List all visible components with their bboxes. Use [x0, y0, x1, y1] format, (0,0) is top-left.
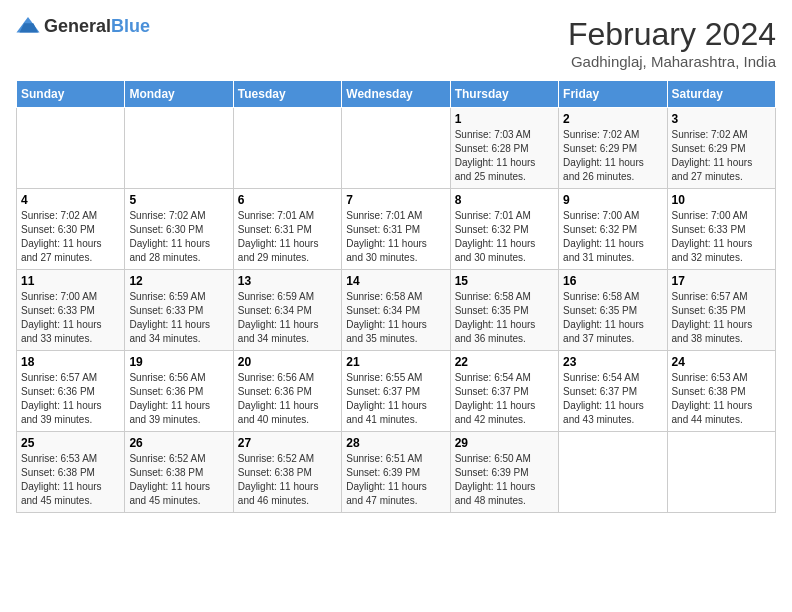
- day-number: 8: [455, 193, 554, 207]
- day-number: 15: [455, 274, 554, 288]
- day-info: Sunrise: 6:51 AMSunset: 6:39 PMDaylight:…: [346, 452, 445, 508]
- day-number: 10: [672, 193, 771, 207]
- day-number: 17: [672, 274, 771, 288]
- day-info: Sunrise: 7:00 AMSunset: 6:33 PMDaylight:…: [672, 209, 771, 265]
- calendar-cell: 7Sunrise: 7:01 AMSunset: 6:31 PMDaylight…: [342, 189, 450, 270]
- calendar-cell: 24Sunrise: 6:53 AMSunset: 6:38 PMDayligh…: [667, 351, 775, 432]
- calendar-cell: 18Sunrise: 6:57 AMSunset: 6:36 PMDayligh…: [17, 351, 125, 432]
- day-number: 26: [129, 436, 228, 450]
- calendar-cell: [17, 108, 125, 189]
- calendar-cell: [342, 108, 450, 189]
- day-number: 2: [563, 112, 662, 126]
- calendar-cell: 19Sunrise: 6:56 AMSunset: 6:36 PMDayligh…: [125, 351, 233, 432]
- day-info: Sunrise: 7:01 AMSunset: 6:32 PMDaylight:…: [455, 209, 554, 265]
- calendar-cell: 13Sunrise: 6:59 AMSunset: 6:34 PMDayligh…: [233, 270, 341, 351]
- calendar-cell: 14Sunrise: 6:58 AMSunset: 6:34 PMDayligh…: [342, 270, 450, 351]
- calendar-cell: 11Sunrise: 7:00 AMSunset: 6:33 PMDayligh…: [17, 270, 125, 351]
- weekday-header: Saturday: [667, 81, 775, 108]
- day-info: Sunrise: 6:50 AMSunset: 6:39 PMDaylight:…: [455, 452, 554, 508]
- calendar-cell: 28Sunrise: 6:51 AMSunset: 6:39 PMDayligh…: [342, 432, 450, 513]
- calendar-cell: [559, 432, 667, 513]
- calendar-cell: 6Sunrise: 7:01 AMSunset: 6:31 PMDaylight…: [233, 189, 341, 270]
- calendar-cell: 17Sunrise: 6:57 AMSunset: 6:35 PMDayligh…: [667, 270, 775, 351]
- calendar-cell: 27Sunrise: 6:52 AMSunset: 6:38 PMDayligh…: [233, 432, 341, 513]
- page-header: GeneralBlue February 2024 Gadhinglaj, Ma…: [16, 16, 776, 70]
- day-number: 4: [21, 193, 120, 207]
- day-number: 14: [346, 274, 445, 288]
- weekday-header: Monday: [125, 81, 233, 108]
- day-number: 6: [238, 193, 337, 207]
- day-info: Sunrise: 7:03 AMSunset: 6:28 PMDaylight:…: [455, 128, 554, 184]
- calendar-cell: 8Sunrise: 7:01 AMSunset: 6:32 PMDaylight…: [450, 189, 558, 270]
- title-block: February 2024 Gadhinglaj, Maharashtra, I…: [568, 16, 776, 70]
- calendar-cell: 26Sunrise: 6:52 AMSunset: 6:38 PMDayligh…: [125, 432, 233, 513]
- calendar-cell: 12Sunrise: 6:59 AMSunset: 6:33 PMDayligh…: [125, 270, 233, 351]
- day-number: 27: [238, 436, 337, 450]
- day-info: Sunrise: 6:52 AMSunset: 6:38 PMDaylight:…: [238, 452, 337, 508]
- logo-general-text: General: [44, 16, 111, 36]
- calendar-cell: 1Sunrise: 7:03 AMSunset: 6:28 PMDaylight…: [450, 108, 558, 189]
- calendar-cell: 16Sunrise: 6:58 AMSunset: 6:35 PMDayligh…: [559, 270, 667, 351]
- day-number: 13: [238, 274, 337, 288]
- day-info: Sunrise: 7:00 AMSunset: 6:33 PMDaylight:…: [21, 290, 120, 346]
- day-info: Sunrise: 7:02 AMSunset: 6:29 PMDaylight:…: [672, 128, 771, 184]
- day-info: Sunrise: 6:53 AMSunset: 6:38 PMDaylight:…: [21, 452, 120, 508]
- calendar-cell: 21Sunrise: 6:55 AMSunset: 6:37 PMDayligh…: [342, 351, 450, 432]
- day-number: 11: [21, 274, 120, 288]
- day-info: Sunrise: 6:58 AMSunset: 6:34 PMDaylight:…: [346, 290, 445, 346]
- weekday-header: Sunday: [17, 81, 125, 108]
- weekday-header: Thursday: [450, 81, 558, 108]
- calendar-cell: 23Sunrise: 6:54 AMSunset: 6:37 PMDayligh…: [559, 351, 667, 432]
- day-info: Sunrise: 7:02 AMSunset: 6:30 PMDaylight:…: [129, 209, 228, 265]
- day-number: 19: [129, 355, 228, 369]
- calendar-cell: 20Sunrise: 6:56 AMSunset: 6:36 PMDayligh…: [233, 351, 341, 432]
- day-info: Sunrise: 7:02 AMSunset: 6:29 PMDaylight:…: [563, 128, 662, 184]
- day-number: 24: [672, 355, 771, 369]
- day-number: 12: [129, 274, 228, 288]
- calendar-subtitle: Gadhinglaj, Maharashtra, India: [568, 53, 776, 70]
- calendar-cell: 10Sunrise: 7:00 AMSunset: 6:33 PMDayligh…: [667, 189, 775, 270]
- calendar-cell: 15Sunrise: 6:58 AMSunset: 6:35 PMDayligh…: [450, 270, 558, 351]
- day-info: Sunrise: 6:56 AMSunset: 6:36 PMDaylight:…: [129, 371, 228, 427]
- day-info: Sunrise: 7:02 AMSunset: 6:30 PMDaylight:…: [21, 209, 120, 265]
- day-number: 1: [455, 112, 554, 126]
- day-info: Sunrise: 6:59 AMSunset: 6:34 PMDaylight:…: [238, 290, 337, 346]
- day-info: Sunrise: 6:52 AMSunset: 6:38 PMDaylight:…: [129, 452, 228, 508]
- calendar-title: February 2024: [568, 16, 776, 53]
- day-number: 3: [672, 112, 771, 126]
- day-info: Sunrise: 6:57 AMSunset: 6:36 PMDaylight:…: [21, 371, 120, 427]
- calendar-cell: 9Sunrise: 7:00 AMSunset: 6:32 PMDaylight…: [559, 189, 667, 270]
- calendar-cell: 22Sunrise: 6:54 AMSunset: 6:37 PMDayligh…: [450, 351, 558, 432]
- day-info: Sunrise: 6:56 AMSunset: 6:36 PMDaylight:…: [238, 371, 337, 427]
- day-number: 18: [21, 355, 120, 369]
- weekday-header: Wednesday: [342, 81, 450, 108]
- calendar-cell: 4Sunrise: 7:02 AMSunset: 6:30 PMDaylight…: [17, 189, 125, 270]
- day-info: Sunrise: 6:54 AMSunset: 6:37 PMDaylight:…: [455, 371, 554, 427]
- day-number: 21: [346, 355, 445, 369]
- calendar-cell: 25Sunrise: 6:53 AMSunset: 6:38 PMDayligh…: [17, 432, 125, 513]
- calendar-table: SundayMondayTuesdayWednesdayThursdayFrid…: [16, 80, 776, 513]
- day-number: 20: [238, 355, 337, 369]
- logo-icon: [16, 17, 40, 37]
- calendar-cell: 3Sunrise: 7:02 AMSunset: 6:29 PMDaylight…: [667, 108, 775, 189]
- day-info: Sunrise: 6:59 AMSunset: 6:33 PMDaylight:…: [129, 290, 228, 346]
- logo: GeneralBlue: [16, 16, 150, 37]
- day-number: 22: [455, 355, 554, 369]
- day-info: Sunrise: 6:58 AMSunset: 6:35 PMDaylight:…: [563, 290, 662, 346]
- day-info: Sunrise: 7:01 AMSunset: 6:31 PMDaylight:…: [346, 209, 445, 265]
- day-number: 28: [346, 436, 445, 450]
- logo-blue-text: Blue: [111, 16, 150, 36]
- day-number: 23: [563, 355, 662, 369]
- day-info: Sunrise: 6:54 AMSunset: 6:37 PMDaylight:…: [563, 371, 662, 427]
- day-info: Sunrise: 7:01 AMSunset: 6:31 PMDaylight:…: [238, 209, 337, 265]
- calendar-cell: 29Sunrise: 6:50 AMSunset: 6:39 PMDayligh…: [450, 432, 558, 513]
- day-number: 5: [129, 193, 228, 207]
- calendar-cell: [233, 108, 341, 189]
- calendar-cell: [125, 108, 233, 189]
- day-number: 9: [563, 193, 662, 207]
- weekday-header: Friday: [559, 81, 667, 108]
- calendar-cell: 2Sunrise: 7:02 AMSunset: 6:29 PMDaylight…: [559, 108, 667, 189]
- day-info: Sunrise: 6:53 AMSunset: 6:38 PMDaylight:…: [672, 371, 771, 427]
- day-number: 29: [455, 436, 554, 450]
- day-info: Sunrise: 6:57 AMSunset: 6:35 PMDaylight:…: [672, 290, 771, 346]
